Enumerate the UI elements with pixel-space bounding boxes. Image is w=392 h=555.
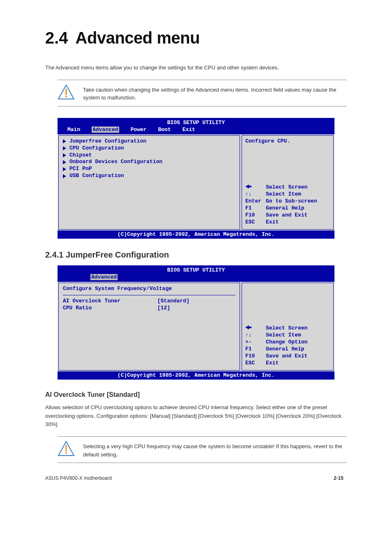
bios-setting-label: CPU Ratio <box>63 305 157 312</box>
bios-title: BIOS SETUP UTILITY <box>58 118 334 126</box>
bios-key-desc: Change Option <box>266 339 307 346</box>
bios-menu-item[interactable]: PCI PnP <box>63 166 235 173</box>
bios-menu-item[interactable]: USB Configuration <box>63 173 235 180</box>
bios-menu-list: Jumperfree Configuration CPU Configurati… <box>58 135 240 230</box>
bios-key-desc: Select Item <box>266 332 301 339</box>
submenu-arrow-icon <box>63 160 66 164</box>
submenu-arrow-icon <box>63 167 66 171</box>
bios-key: +- <box>245 339 266 346</box>
bios-menu-label: Onboard Devices Configuration <box>69 159 162 166</box>
bios-key-desc: General Help <box>266 205 304 212</box>
subsection-heading: 2.4.1 JumperFree Configuration <box>45 250 347 260</box>
bios-panel-jumperfree: BIOS SETUP UTILITY Advanced Configure Sy… <box>58 265 334 380</box>
bios-key <box>245 325 266 332</box>
section-heading: 2.4 Advanced menu <box>45 29 347 47</box>
warning-icon <box>58 84 75 100</box>
bios-key-desc: Exit <box>266 360 279 367</box>
bios-tab-boot[interactable]: Boot <box>158 127 171 133</box>
bios-help-text: Configure CPU. <box>245 138 330 145</box>
bios-key-desc: Save and Exit <box>266 353 307 360</box>
bios-key-desc: Save and Exit <box>266 212 307 219</box>
item-paragraph: Allows selection of CPU overclocking opt… <box>45 403 347 429</box>
bios-copyright: (C)Copyright 1985-2002, American Megatre… <box>58 230 334 239</box>
bios-panel-advanced: BIOS SETUP UTILITY Main Advanced Power B… <box>58 118 334 239</box>
bios-settings-pane: Configure System Frequency/Voltage AI Ov… <box>58 283 240 371</box>
item-heading: AI Overclock Tuner [Standard] <box>45 391 347 398</box>
bios-tab-advanced[interactable]: Advanced <box>92 127 119 133</box>
bios-key-desc: Select Screen <box>266 325 307 332</box>
bios-tab-bar: Advanced <box>58 273 334 282</box>
page-footer: ASUS P4V800-X motherboard 2-15 <box>45 475 347 481</box>
submenu-arrow-icon <box>63 146 66 150</box>
bios-key-desc: Exit <box>266 219 279 226</box>
left-arrow-icon <box>245 325 249 329</box>
bios-menu-label: CPU Configuration <box>69 145 124 152</box>
bios-key: ESC <box>245 360 266 367</box>
bios-key-legend: Select Screen ↑↓Select Item EnterGo to S… <box>245 184 330 226</box>
bios-key: ↑↓ <box>245 191 266 198</box>
bios-key: F10 <box>245 212 266 219</box>
bios-copyright: (C)Copyright 1985-2002, American Megatre… <box>58 371 334 380</box>
bios-menu-item[interactable]: Onboard Devices Configuration <box>63 159 235 166</box>
bios-key-desc: Select Screen <box>266 184 307 191</box>
svg-point-5 <box>65 452 67 454</box>
bios-key: F1 <box>245 205 266 212</box>
bios-setting-row[interactable]: AI Overclock Tuner [Standard] <box>63 298 235 305</box>
svg-point-2 <box>65 96 67 97</box>
bios-section-title: Configure System Frequency/Voltage <box>63 286 235 292</box>
bios-tab-power[interactable]: Power <box>131 127 147 133</box>
submenu-arrow-icon <box>63 139 66 143</box>
bios-help-pane: Configure CPU. Select Screen ↑↓Select It… <box>242 135 334 230</box>
bios-key: F1 <box>245 346 266 353</box>
bios-menu-item[interactable]: CPU Configuration <box>63 145 235 152</box>
heading-number: 2.4 <box>45 29 68 47</box>
bios-menu-item[interactable]: Chipset <box>63 152 235 159</box>
bios-menu-item[interactable]: Jumperfree Configuration <box>63 138 235 145</box>
warning-box-1: Take caution when changing the settings … <box>58 80 347 106</box>
heading-title: Advanced menu <box>76 29 200 47</box>
bios-menu-label: PCI PnP <box>69 166 92 173</box>
bios-tab-bar: Main Advanced Power Boot Exit <box>58 126 334 134</box>
bios-menu-label: USB Configuration <box>69 173 124 180</box>
bios-tab-advanced[interactable]: Advanced <box>90 274 118 280</box>
warning-icon <box>58 441 75 456</box>
bios-setting-label: AI Overclock Tuner <box>63 298 157 305</box>
bios-key: F10 <box>245 353 266 360</box>
bios-setting-value: [12] <box>157 305 235 312</box>
bios-key: ESC <box>245 219 266 226</box>
intro-paragraph: The Advanced menu items allow you to cha… <box>45 64 347 72</box>
bios-key-desc: Select Item <box>266 191 301 198</box>
footer-page-number: 2-15 <box>334 475 344 481</box>
submenu-arrow-icon <box>63 174 66 178</box>
bios-help-pane: Select Screen ↑↓Select Item +-Change Opt… <box>242 283 334 371</box>
bios-setting-value: [Standard] <box>157 298 235 305</box>
bios-key-legend: Select Screen ↑↓Select Item +-Change Opt… <box>245 325 330 366</box>
divider <box>63 295 235 295</box>
warning-text: Selecting a very high CPU frequency may … <box>83 441 347 458</box>
bios-menu-label: Chipset <box>69 152 92 159</box>
bios-tab-exit[interactable]: Exit <box>182 127 195 133</box>
bios-tab-main[interactable]: Main <box>67 127 80 133</box>
bios-key-desc: Go to Sub-screen <box>266 198 317 205</box>
left-arrow-icon <box>245 184 249 189</box>
submenu-arrow-icon <box>63 153 66 157</box>
footer-left: ASUS P4V800-X motherboard <box>45 475 112 481</box>
bios-key: Enter <box>245 198 266 205</box>
bios-key-desc: General Help <box>266 346 304 353</box>
bios-key: ↑↓ <box>245 332 266 339</box>
bios-key <box>245 184 266 191</box>
bios-menu-label: Jumperfree Configuration <box>69 138 146 145</box>
bios-title: BIOS SETUP UTILITY <box>58 265 334 273</box>
warning-text: Take caution when changing the settings … <box>83 84 347 102</box>
warning-box-2: Selecting a very high CPU frequency may … <box>58 436 347 463</box>
bios-setting-row[interactable]: CPU Ratio [12] <box>63 305 235 312</box>
